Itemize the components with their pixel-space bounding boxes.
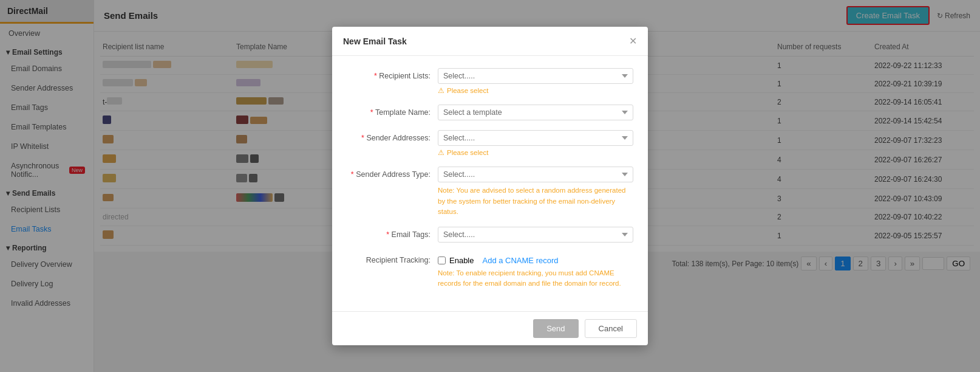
modal-close-button[interactable]: ✕ [629,35,637,47]
modal-title: New Email Task [343,36,407,46]
recipient-tracking-label: Recipient Tracking: [347,252,438,264]
modal-overlay: New Email Task ✕ * Recipient Lists: Sele… [0,0,980,372]
recipient-lists-label: * Recipient Lists: [347,68,438,80]
email-tags-select[interactable]: Select..... [438,227,633,243]
template-name-row: * Template Name: Select a template [347,105,633,120]
template-name-select[interactable]: Select a template [438,105,633,120]
modal-body: * Recipient Lists: Select..... ⚠ Please … [332,56,648,311]
sender-addresses-row: * Sender Addresses: Select..... ⚠ Please… [347,130,633,157]
enable-label: Enable [449,256,474,265]
modal-footer: Send Cancel [332,311,648,345]
email-tags-label: * Email Tags: [347,227,438,239]
sender-error: ⚠ Please select [438,148,633,157]
warning-icon: ⚠ [438,148,444,157]
sender-type-note: Note: You are advised to select a random… [438,185,633,217]
sender-addresses-select[interactable]: Select..... [438,130,633,146]
cancel-button[interactable]: Cancel [585,319,637,338]
recipient-lists-row: * Recipient Lists: Select..... ⚠ Please … [347,68,633,95]
sender-address-type-label: * Sender Address Type: [347,167,438,179]
sender-addresses-label: * Sender Addresses: [347,130,438,142]
send-button[interactable]: Send [533,319,578,338]
warning-icon: ⚠ [438,86,444,95]
sender-address-type-row: * Sender Address Type: Select..... Note:… [347,167,633,217]
modal-header: New Email Task ✕ [332,27,648,56]
tracking-note: Note: To enable recipient tracking, you … [438,268,633,289]
recipient-tracking-row: Recipient Tracking: Enable Add a CNAME r… [347,252,633,289]
add-cname-link[interactable]: Add a CNAME record [482,256,558,265]
template-name-label: * Template Name: [347,105,438,117]
recipient-error: ⚠ Please select [438,86,633,95]
new-email-task-modal: New Email Task ✕ * Recipient Lists: Sele… [332,27,648,345]
email-tags-row: * Email Tags: Select..... [347,227,633,243]
recipient-lists-select[interactable]: Select..... [438,68,633,84]
enable-tracking-checkbox[interactable] [438,257,446,264]
sender-address-type-select[interactable]: Select..... [438,167,633,182]
